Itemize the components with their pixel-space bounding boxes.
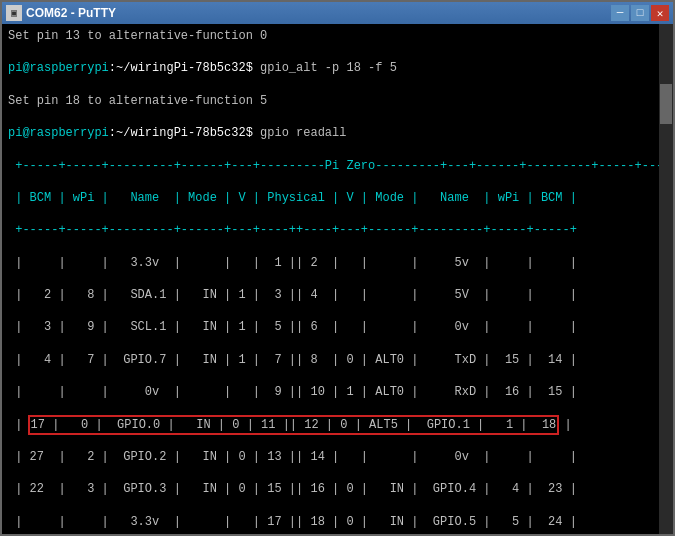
row-5: | | | 0v | | | 9 || 10 | 1 | ALT0 | RxD …	[8, 384, 653, 400]
row-3: | 3 | 9 | SCL.1 | IN | 1 | 5 || 6 | | | …	[8, 319, 653, 335]
titlebar: ▣ COM62 - PuTTY ─ □ ✕	[2, 2, 673, 24]
row-1: | | | 3.3v | | | 1 || 2 | | | 5v | | |	[8, 255, 653, 271]
table-top-border: +-----+-----+---------+------+---+------…	[8, 158, 653, 174]
cmd-line-3: Set pin 18 to alternative-function 5	[8, 93, 653, 109]
terminal-area[interactable]: Set pin 13 to alternative-function 0 pi@…	[2, 24, 673, 534]
row-9: | | | 3.3v | | | 17 || 18 | 0 | IN | GPI…	[8, 514, 653, 530]
cmd-line-4: pi@raspberrypi:~/wiringPi-78b5c32$ gpio …	[8, 125, 653, 141]
window-title: COM62 - PuTTY	[26, 6, 116, 20]
row-6-highlight: | 17 | 0 | GPIO.0 | IN | 0 | 11 || 12 | …	[8, 417, 653, 433]
scrollbar[interactable]	[659, 24, 673, 534]
row-7: | 27 | 2 | GPIO.2 | IN | 0 | 13 || 14 | …	[8, 449, 653, 465]
titlebar-left: ▣ COM62 - PuTTY	[6, 5, 116, 21]
row-4: | 4 | 7 | GPIO.7 | IN | 1 | 7 || 8 | 0 |…	[8, 352, 653, 368]
row-2: | 2 | 8 | SDA.1 | IN | 1 | 3 || 4 | | | …	[8, 287, 653, 303]
minimize-button[interactable]: ─	[611, 5, 629, 21]
table-sep1: +-----+-----+---------+------+---+----++…	[8, 222, 653, 238]
table-header: | BCM | wPi | Name | Mode | V | Physical…	[8, 190, 653, 206]
app-icon: ▣	[6, 5, 22, 21]
putty-window: ▣ COM62 - PuTTY ─ □ ✕ Set pin 13 to alte…	[0, 0, 675, 536]
scrollbar-thumb[interactable]	[660, 84, 672, 124]
titlebar-buttons: ─ □ ✕	[611, 5, 669, 21]
maximize-button[interactable]: □	[631, 5, 649, 21]
cmd-line-1: Set pin 13 to alternative-function 0	[8, 28, 653, 44]
cmd-line-2: pi@raspberrypi:~/wiringPi-78b5c32$ gpio_…	[8, 60, 653, 76]
terminal-content: Set pin 13 to alternative-function 0 pi@…	[8, 28, 667, 534]
row-8: | 22 | 3 | GPIO.3 | IN | 0 | 15 || 16 | …	[8, 481, 653, 497]
close-button[interactable]: ✕	[651, 5, 669, 21]
